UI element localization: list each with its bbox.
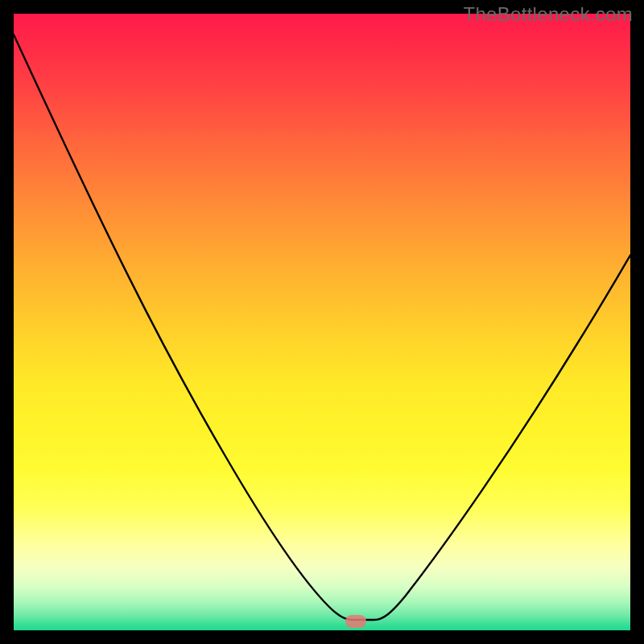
chart-container: TheBottleneck.com xyxy=(0,0,644,644)
curve-path xyxy=(14,35,630,620)
watermark-text: TheBottleneck.com xyxy=(463,3,633,26)
plot-area xyxy=(14,14,630,630)
optimum-marker xyxy=(345,615,366,628)
bottleneck-curve xyxy=(14,14,630,630)
